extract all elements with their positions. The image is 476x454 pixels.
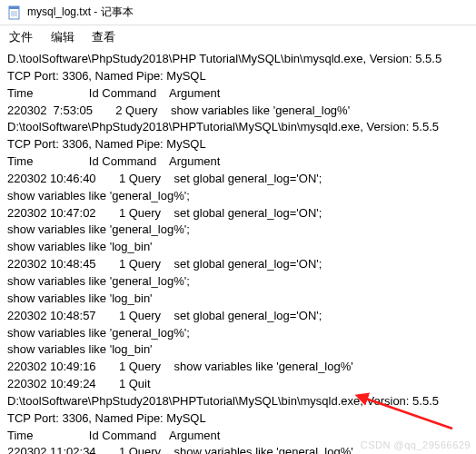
window-title: mysql_log.txt - 记事本 — [27, 5, 134, 20]
log-line: Time Id Command Argument — [7, 85, 469, 103]
menubar: 文件 编辑 查看 — [0, 25, 476, 51]
log-line: TCP Port: 3306, Named Pipe: MySQL — [7, 410, 469, 428]
log-line: D.\toolSoftware\PhpStudy2018\PHP Tutoria… — [7, 51, 469, 68]
log-line: D:\toolSoftware\PhpStudy2018\PHPTutorial… — [7, 119, 469, 136]
log-line: Time Id Command Argument — [7, 153, 469, 171]
log-line: TCP Port: 3306, Named Pipe: MySQL — [7, 68, 469, 85]
log-line: 220302 10:48:57 1 Query set global gener… — [7, 308, 469, 325]
log-line: 220302 10:48:45 1 Query set global gener… — [7, 256, 469, 273]
log-line: show variables like 'log_bin' — [7, 239, 469, 256]
log-line: show variables like 'log_bin' — [7, 291, 469, 308]
log-line: 220302 10:46:40 1 Query set global gener… — [7, 171, 469, 188]
text-area[interactable]: D.\toolSoftware\PhpStudy2018\PHP Tutoria… — [0, 51, 476, 454]
log-line: D:\toolSoftware\PhpStudy2018\PHPTutorial… — [7, 393, 469, 410]
watermark: CSDN @qq_29566629 — [361, 439, 471, 450]
svg-rect-1 — [9, 6, 19, 9]
log-line: show variables like 'general_log%'; — [7, 273, 469, 291]
menu-view[interactable]: 查看 — [92, 30, 115, 44]
menu-edit[interactable]: 编辑 — [51, 30, 74, 44]
log-line: show variables like 'general_log%'; — [7, 188, 469, 205]
log-line: TCP Port: 3306, Named Pipe: MySQL — [7, 136, 469, 153]
notepad-icon — [7, 5, 22, 20]
log-line: 220302 10:47:02 1 Query set global gener… — [7, 205, 469, 222]
log-line: 220302 7:53:05 2 Query show variables li… — [7, 103, 469, 120]
log-line: show variables like 'log_bin' — [7, 341, 469, 359]
log-line: 220302 10:49:24 1 Quit — [7, 376, 469, 393]
titlebar: mysql_log.txt - 记事本 — [0, 0, 476, 25]
log-line: show variables like 'general_log%'; — [7, 222, 469, 239]
log-line: show variables like 'general_log%'; — [7, 325, 469, 342]
log-line: 220302 10:49:16 1 Query show variables l… — [7, 359, 469, 376]
menu-file[interactable]: 文件 — [9, 30, 33, 44]
